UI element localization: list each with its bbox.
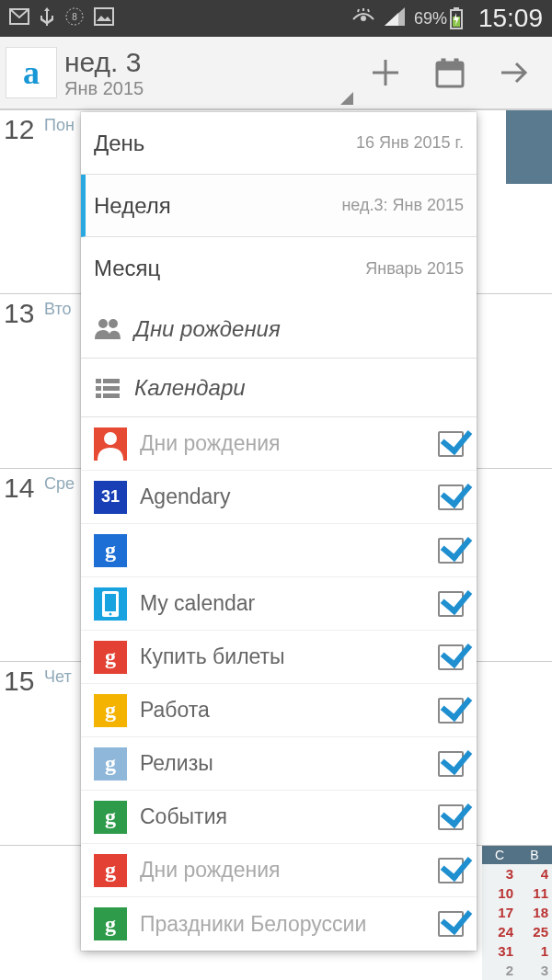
svg-rect-15	[103, 379, 120, 383]
day-label: Вто	[44, 294, 71, 319]
view-option-Месяц[interactable]: МесяцЯнварь 2015	[81, 237, 477, 300]
calendar-name: Праздники Белоруссии	[140, 912, 425, 937]
view-label: День	[94, 131, 356, 156]
svg-rect-17	[103, 386, 120, 391]
mini-day: 31	[482, 941, 517, 961]
calendar-row[interactable]: gРелизы	[81, 737, 477, 791]
mini-day: 1	[517, 941, 552, 961]
g-icon: g	[94, 801, 127, 834]
mini-day: 24	[482, 922, 517, 941]
calendar-checkbox[interactable]	[438, 644, 464, 670]
day-label: Чет	[44, 662, 72, 687]
view-option-Неделя[interactable]: Неделянед.3: Янв 2015	[81, 175, 477, 237]
mini-day: 4	[517, 864, 552, 883]
calendar-name: Релизы	[140, 751, 425, 776]
phone-icon	[94, 587, 127, 621]
svg-rect-3	[95, 8, 113, 25]
svg-rect-9	[437, 63, 463, 70]
menu-item-birthdays[interactable]: Дни рождения	[81, 300, 477, 359]
svg-rect-19	[103, 393, 120, 398]
next-button[interactable]	[482, 36, 546, 109]
calendar-row[interactable]: 31Agendary	[81, 471, 477, 524]
status-bar: 8 69% 15:09	[0, 0, 552, 37]
calendar-name: События	[140, 804, 425, 829]
mini-day: 3	[482, 864, 517, 883]
calendar-row[interactable]: gДни рождения	[81, 844, 477, 897]
svg-rect-10	[442, 59, 445, 65]
battery-icon: 69%	[414, 7, 464, 29]
svg-text:8: 8	[72, 12, 77, 22]
calendar-row[interactable]: My calendar	[81, 577, 477, 631]
day-number: 14	[0, 469, 44, 504]
calendar-row[interactable]: gПраздники Белоруссии	[81, 897, 477, 951]
calendar-name: Купить билеты	[140, 644, 425, 669]
svg-point-12	[98, 319, 108, 328]
svg-rect-14	[96, 379, 101, 383]
eye-icon	[351, 8, 375, 29]
battery-percent: 69%	[414, 9, 447, 28]
calendar-checkbox[interactable]	[438, 804, 464, 830]
calendar-checkbox[interactable]	[438, 431, 464, 457]
day-label: Пон	[44, 110, 75, 135]
svg-rect-11	[454, 59, 458, 65]
section-label: Дни рождения	[134, 316, 281, 342]
calendar-name: Работа	[140, 698, 425, 723]
calendar-checkbox[interactable]	[438, 751, 464, 777]
calendar-name: Дни рождения	[140, 858, 425, 883]
svg-rect-16	[96, 386, 101, 391]
sync-icon: 8	[64, 6, 85, 31]
view-dropdown-popup: День16 Янв 2015 г.Неделянед.3: Янв 2015М…	[81, 112, 477, 951]
view-sublabel: 16 Янв 2015 г.	[356, 133, 464, 153]
view-sublabel: Январь 2015	[365, 259, 464, 279]
spinner-indicator-icon	[340, 92, 353, 105]
app-bar: a нед. 3 Янв 2015	[0, 37, 552, 110]
mini-day: 10	[482, 883, 517, 903]
appbar-subtitle: Янв 2015	[64, 78, 353, 99]
svg-point-20	[104, 432, 117, 445]
mini-day: 17	[482, 903, 517, 922]
day-number: 15	[0, 662, 44, 697]
people-icon	[94, 315, 121, 343]
add-button[interactable]	[353, 36, 418, 109]
calendar-row[interactable]: gКупить билеты	[81, 631, 477, 684]
clock-time: 15:09	[478, 4, 543, 33]
person-icon	[94, 427, 127, 461]
mini-month-header: В	[517, 846, 552, 864]
g-icon: g	[94, 907, 127, 940]
mini-day: 3	[517, 961, 552, 980]
list-icon	[94, 374, 121, 402]
calendar-checkbox[interactable]	[438, 591, 464, 617]
calendar-row[interactable]: gРабота	[81, 684, 477, 737]
mail-icon	[9, 8, 29, 29]
svg-rect-6	[454, 7, 459, 10]
usb-icon	[39, 6, 55, 31]
view-sublabel: нед.3: Янв 2015	[341, 196, 464, 215]
signal-icon	[385, 7, 405, 30]
calendar-checkbox[interactable]	[438, 698, 464, 724]
event-block[interactable]	[506, 110, 552, 184]
day-number: 12	[0, 110, 44, 145]
view-spinner[interactable]: нед. 3 Янв 2015	[64, 47, 353, 99]
svg-rect-18	[96, 393, 101, 398]
mini-day: 18	[517, 903, 552, 922]
calendar-name: Дни рождения	[140, 431, 425, 456]
today-button[interactable]	[418, 36, 482, 109]
app-icon[interactable]: a	[6, 47, 57, 98]
view-option-День[interactable]: День16 Янв 2015 г.	[81, 112, 477, 175]
calendar-checkbox[interactable]	[438, 911, 464, 937]
calendar-checkbox[interactable]	[438, 858, 464, 883]
mini-month[interactable]: С В 34 1011 1718 2425 311 23	[482, 846, 552, 980]
calendar-row[interactable]: Дни рождения	[81, 417, 477, 471]
svg-point-13	[109, 319, 118, 328]
g-icon: g	[94, 641, 127, 674]
calendar-row[interactable]: g	[81, 524, 477, 577]
svg-point-23	[109, 612, 112, 615]
image-icon	[94, 7, 114, 30]
calendar-row[interactable]: gСобытия	[81, 791, 477, 844]
calendar-name: My calendar	[140, 591, 425, 616]
menu-item-calendars[interactable]: Календари	[81, 359, 477, 417]
calendar-checkbox[interactable]	[438, 538, 464, 564]
31-icon: 31	[94, 481, 127, 514]
svg-rect-22	[105, 594, 116, 611]
calendar-checkbox[interactable]	[438, 484, 464, 510]
